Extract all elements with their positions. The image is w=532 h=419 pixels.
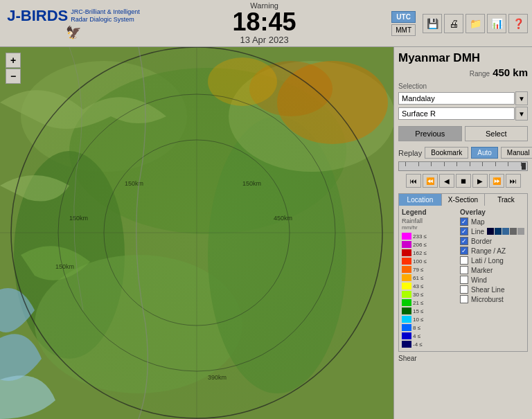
selection-label: Selection — [398, 82, 528, 90]
mmt-button[interactable]: MMT — [391, 24, 416, 36]
data-assist-tabs: Location X-Section Track — [399, 194, 527, 206]
save-button[interactable]: 💾 — [423, 14, 442, 33]
legend-item: 10 ≤ — [402, 315, 456, 323]
play-button[interactable]: ▶ — [472, 174, 488, 188]
svg-text:150km: 150km — [69, 215, 88, 222]
overlay-item: Marker — [460, 266, 524, 274]
replay-section: Replay Bookmark Auto Manual — [398, 147, 528, 188]
legend-section: Legend Rainfall mm/hr 233 ≤206 ≤162 ≤100… — [402, 208, 456, 348]
legend-item: 21 ≤ — [402, 298, 456, 307]
xsection-tab[interactable]: X-Section — [442, 194, 485, 206]
overlay-item: Shear Line — [460, 285, 524, 294]
nav-buttons: Previous Select — [398, 126, 528, 141]
overlay-checkbox[interactable] — [460, 295, 468, 303]
auto-tab[interactable]: Auto — [471, 147, 498, 159]
tick-7 — [482, 162, 483, 166]
overlay-label: Wind — [471, 276, 487, 284]
overlay-checkbox[interactable] — [460, 285, 468, 294]
fast-forward-button[interactable]: ⏩ — [489, 174, 504, 188]
main: 150km 150km 150km 450km 390km 150km + − … — [0, 47, 532, 419]
legend-item: -4 ≤ — [402, 340, 456, 348]
logo-subtitle: JRC-Brilliant & IntelligentRadar Dialogi… — [71, 8, 140, 24]
legend-item: 4 ≤ — [402, 332, 456, 340]
previous-button[interactable]: Previous — [398, 126, 462, 141]
radar-select[interactable]: Mandalay — [398, 92, 515, 105]
overlay-checkbox[interactable] — [460, 256, 468, 265]
chart-button[interactable]: 📊 — [487, 14, 506, 33]
overlay-label: Shear Line — [471, 286, 504, 294]
radar-select-arrow[interactable]: ▼ — [515, 91, 528, 105]
range-label: Range — [470, 70, 490, 78]
legend-item: 162 ≤ — [402, 249, 456, 257]
select-button[interactable]: Select — [465, 126, 529, 141]
radar-select-row: Mandalay ▼ — [398, 91, 528, 105]
overlay-label: Marker — [471, 267, 493, 274]
zoom-buttons: + − — [6, 53, 21, 84]
legend-rainfall-label: Rainfall — [402, 217, 456, 224]
rewind-button[interactable]: ⏪ — [423, 174, 438, 188]
bookmark-tab[interactable]: Bookmark — [425, 147, 468, 159]
utc-button[interactable]: UTC — [391, 11, 416, 23]
overlay-checkbox[interactable]: ✓ — [460, 247, 468, 255]
replay-label: Replay — [398, 149, 422, 157]
svg-text:450km: 450km — [274, 215, 292, 222]
product-select[interactable]: Surface R — [398, 107, 515, 120]
overlay-checkbox[interactable]: ✓ — [460, 237, 468, 245]
legend-bar: 233 ≤206 ≤162 ≤100 ≤79 ≤61 ≤43 ≤30 ≤21 ≤… — [402, 232, 456, 348]
range-area: Range 450 km — [398, 66, 528, 78]
tick-8 — [495, 162, 496, 166]
data-assistance: Location X-Section Track Legend Rainfall… — [398, 193, 528, 352]
shear-label: Shear — [398, 355, 528, 362]
overlay-title: Overlay — [460, 208, 524, 216]
tick-1 — [405, 162, 406, 166]
product-select-arrow[interactable]: ▼ — [515, 107, 528, 121]
legend-overlay-area: Legend Rainfall mm/hr 233 ≤206 ≤162 ≤100… — [402, 208, 524, 348]
legend-item: 233 ≤ — [402, 232, 456, 240]
skip-to-start-button[interactable]: ⏮ — [406, 174, 421, 188]
overlay-label: Range / AZ — [471, 247, 506, 255]
timeline[interactable] — [398, 161, 528, 171]
overlay-checkbox[interactable]: ✓ — [460, 227, 468, 235]
logo-area: J-BIRDS JRC-Brilliant & IntelligentRadar… — [4, 7, 143, 40]
zoom-out-button[interactable]: − — [6, 69, 21, 84]
overlay-label: Border — [471, 238, 492, 245]
toolbar: 💾 🖨 📁 📊 ❓ — [423, 14, 528, 33]
timeline-track[interactable] — [398, 161, 528, 171]
logo-title: J-BIRDS JRC-Brilliant & IntelligentRadar… — [7, 7, 140, 25]
overlay-item: ✓Range / AZ — [460, 247, 524, 255]
tick-6 — [470, 162, 470, 166]
location-tab[interactable]: Location — [399, 194, 442, 206]
overlay-label: Line — [471, 228, 484, 235]
zoom-in-button[interactable]: + — [6, 53, 21, 68]
header: J-BIRDS JRC-Brilliant & IntelligentRadar… — [0, 0, 532, 47]
timeline-thumb[interactable] — [522, 163, 526, 170]
overlay-label: Map — [471, 218, 484, 226]
tick-9 — [508, 162, 508, 166]
legend-item: 61 ≤ — [402, 274, 456, 282]
legend-item: 100 ≤ — [402, 257, 456, 265]
svg-text:150km: 150km — [242, 180, 261, 187]
overlay-item: ✓Border — [460, 237, 524, 245]
overlay-checkbox[interactable] — [460, 266, 468, 274]
step-back-button[interactable]: ◀ — [439, 174, 454, 188]
tick-4 — [444, 162, 445, 166]
app: J-BIRDS JRC-Brilliant & IntelligentRadar… — [0, 0, 532, 419]
svg-text:390km: 390km — [208, 374, 227, 381]
print-button[interactable]: 🖨 — [444, 14, 463, 33]
map-area[interactable]: 150km 150km 150km 450km 390km 150km + − — [0, 47, 393, 419]
range-value: 450 km — [493, 66, 528, 78]
skip-to-end-button[interactable]: ⏭ — [506, 174, 521, 188]
station-name: Myanmar DMH — [398, 51, 528, 65]
help-button[interactable]: ❓ — [508, 14, 528, 33]
overlay-checkbox[interactable] — [460, 276, 468, 284]
svg-text:150km: 150km — [125, 180, 143, 187]
time-display: 18:45 — [233, 10, 296, 35]
overlay-checkbox[interactable]: ✓ — [460, 217, 468, 226]
stop-button[interactable]: ⏹ — [456, 174, 471, 188]
folder-button[interactable]: 📁 — [466, 14, 485, 33]
manual-tab[interactable]: Manual — [501, 147, 532, 159]
legend-unit-label: mm/hr — [402, 224, 456, 231]
track-tab[interactable]: Track — [485, 194, 527, 206]
data-assist-content: Legend Rainfall mm/hr 233 ≤206 ≤162 ≤100… — [399, 206, 527, 351]
overlay-items: ✓Map✓Line✓Border✓Range / AZLati / LongMa… — [460, 217, 524, 303]
